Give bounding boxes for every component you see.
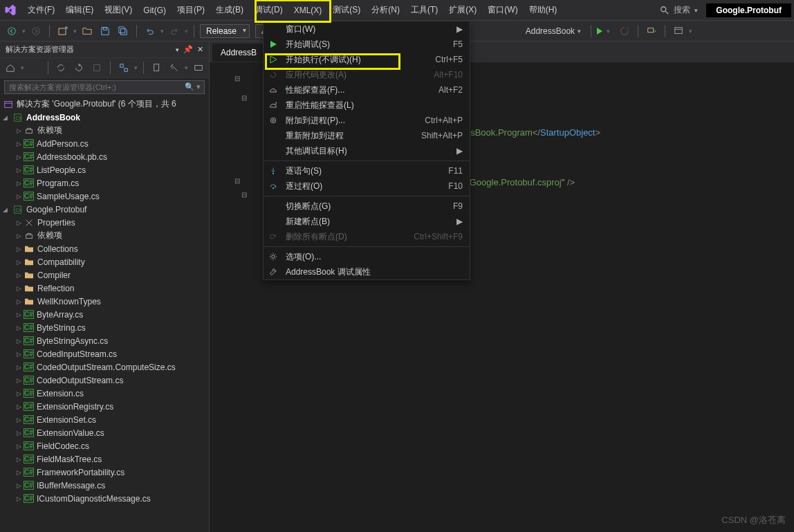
tree-item[interactable]: ▷C#ListPeople.cs xyxy=(0,163,209,176)
redo-chevron-icon[interactable]: ▾ xyxy=(185,28,188,35)
panel-pin-icon[interactable]: 📌 xyxy=(183,45,193,54)
solution-tree[interactable]: 解决方案 'Google.Protobuf' (6 个项目，共 6 ◢ C# A… xyxy=(0,96,209,532)
collapse-all-icon[interactable] xyxy=(89,60,104,75)
open-icon[interactable] xyxy=(80,24,95,39)
expander-icon[interactable]: ▷ xyxy=(14,390,24,397)
menu-item[interactable]: 其他调试目标(H)▶ xyxy=(264,143,470,158)
tree-item[interactable]: ▷C#IBufferMessage.cs xyxy=(0,479,209,492)
menu-item[interactable]: 开始调试(S)F5 xyxy=(264,37,470,52)
expander-icon[interactable]: ▷ xyxy=(14,324,24,331)
properties-icon[interactable] xyxy=(167,60,182,75)
solution-name-badge[interactable]: Google.Protobuf xyxy=(706,3,791,17)
menu-xml[interactable]: XML(X) xyxy=(288,0,328,20)
tree-item[interactable]: ▷C#ExtensionRegistry.cs xyxy=(0,400,209,413)
menu-debug[interactable]: 调试(D) xyxy=(249,0,288,20)
expander-icon[interactable]: ▷ xyxy=(14,430,24,437)
nav-back-icon[interactable] xyxy=(4,24,19,39)
tree-item[interactable]: ▷WellKnownTypes xyxy=(0,295,209,308)
tree-item[interactable]: ▷C#AddPerson.cs xyxy=(0,137,209,150)
menu-item[interactable]: 新建断点(B)▶ xyxy=(264,214,470,229)
tree-item[interactable]: ▷C#CodedOutputStream.ComputeSize.cs xyxy=(0,360,209,374)
expander-icon[interactable]: ▷ xyxy=(14,338,24,345)
tree-item[interactable]: ▷Compiler xyxy=(0,268,209,282)
expander-icon[interactable]: ▷ xyxy=(14,127,24,134)
hot-reload-icon[interactable] xyxy=(617,24,632,39)
tree-item[interactable]: ▷依赖项 xyxy=(0,229,209,242)
panel-dropdown-icon[interactable]: ▾ xyxy=(176,46,179,53)
expander-icon[interactable]: ▷ xyxy=(14,180,24,187)
tree-item[interactable]: ▷C#ByteString.cs xyxy=(0,321,209,334)
expander-icon[interactable]: ▷ xyxy=(14,495,24,502)
expander-icon[interactable]: ◢ xyxy=(0,206,10,213)
tree-item[interactable]: ▷C#FrameworkPortability.cs xyxy=(0,466,209,479)
menu-help[interactable]: 帮助(H) xyxy=(524,0,563,20)
expander-icon[interactable]: ▷ xyxy=(14,167,24,174)
undo-chevron-icon[interactable]: ▾ xyxy=(160,28,164,35)
expander-icon[interactable]: ▷ xyxy=(14,482,24,489)
tree-item[interactable]: ▷C#Program.cs xyxy=(0,176,209,190)
refresh-icon[interactable] xyxy=(71,60,86,75)
project-protobuf[interactable]: ◢ C# Google.Protobuf xyxy=(0,203,209,216)
tree-item[interactable]: ▷依赖项 xyxy=(0,124,209,137)
new-project-icon[interactable] xyxy=(55,24,71,39)
switch-views-icon[interactable] xyxy=(116,60,131,75)
tree-item[interactable]: ▷C#FieldCodec.cs xyxy=(0,439,209,452)
menu-view[interactable]: 视图(V) xyxy=(99,0,138,20)
menu-item[interactable]: 窗口(W)▶ xyxy=(264,21,470,37)
save-icon[interactable] xyxy=(98,24,113,39)
tree-item[interactable]: ▷Properties xyxy=(0,216,209,229)
solution-node[interactable]: 解决方案 'Google.Protobuf' (6 个项目，共 6 xyxy=(0,98,209,111)
menu-project[interactable]: 项目(P) xyxy=(172,0,210,20)
expander-icon[interactable]: ▷ xyxy=(14,285,24,292)
global-search[interactable]: 搜索 ▾ xyxy=(656,3,702,17)
expander-icon[interactable]: ▷ xyxy=(14,403,24,410)
tree-item[interactable]: ▷C#FieldMaskTree.cs xyxy=(0,452,209,466)
expander-icon[interactable]: ▷ xyxy=(14,456,24,463)
menu-edit[interactable]: 编辑(E) xyxy=(60,0,99,20)
menu-extensions[interactable]: 扩展(X) xyxy=(443,0,482,20)
back-nav-icon[interactable] xyxy=(27,60,42,75)
expander-icon[interactable]: ◢ xyxy=(0,114,10,121)
tree-item[interactable]: ▷C#ExtensionSet.cs xyxy=(0,413,209,426)
expander-icon[interactable]: ▷ xyxy=(14,311,24,318)
explorer-search-input[interactable] xyxy=(4,80,205,94)
sync-icon[interactable] xyxy=(54,60,69,75)
show-all-files-icon[interactable] xyxy=(149,60,165,75)
menu-item[interactable]: 逐语句(S)F11 xyxy=(264,163,470,178)
menu-item[interactable]: 重新附加到进程Shift+Alt+P xyxy=(264,128,470,143)
expander-icon[interactable]: ▷ xyxy=(14,364,24,371)
expander-icon[interactable]: ▷ xyxy=(14,140,24,147)
expander-icon[interactable]: ▷ xyxy=(14,443,24,450)
play-icon[interactable] xyxy=(597,28,602,35)
expander-icon[interactable]: ▷ xyxy=(14,232,24,239)
tree-item[interactable]: ▷Collections xyxy=(0,242,209,255)
menu-item[interactable]: 重启性能探查器(L) xyxy=(264,98,470,113)
panel-close-icon[interactable]: ✕ xyxy=(197,45,203,54)
tree-item[interactable]: ▷C#ICustomDiagnosticMessage.cs xyxy=(0,492,209,505)
preview-icon[interactable] xyxy=(191,60,206,75)
tree-item[interactable]: ▷C#ByteArray.cs xyxy=(0,308,209,321)
menu-test[interactable]: 测试(S) xyxy=(327,0,366,20)
tree-item[interactable]: ▷C#Addressbook.pb.cs xyxy=(0,150,209,163)
save-all-icon[interactable] xyxy=(116,24,131,39)
search-icon[interactable]: 🔍 ▾ xyxy=(185,82,201,91)
expander-icon[interactable]: ▷ xyxy=(14,154,24,160)
window-layout-icon[interactable] xyxy=(671,24,686,39)
menu-git[interactable]: Git(G) xyxy=(138,0,172,20)
expander-icon[interactable]: ▷ xyxy=(14,272,24,279)
tree-item[interactable]: ▷C#ByteStringAsync.cs xyxy=(0,334,209,347)
new-project-chevron-icon[interactable]: ▾ xyxy=(73,28,77,35)
tree-item[interactable]: ▷C#CodedOutputStream.cs xyxy=(0,374,209,387)
play-chevron-icon[interactable]: ▾ xyxy=(607,28,610,35)
menu-item[interactable]: 附加到进程(P)...Ctrl+Alt+P xyxy=(264,113,470,128)
expander-icon[interactable]: ▷ xyxy=(14,298,24,305)
menu-item[interactable]: 开始执行(不调试)(H)Ctrl+F5 xyxy=(264,52,470,67)
menu-file[interactable]: 文件(F) xyxy=(22,0,60,20)
nav-back-chevron-icon[interactable]: ▾ xyxy=(22,28,26,35)
tree-item[interactable]: ▷Reflection xyxy=(0,282,209,295)
fold-icon[interactable]: ⊟ xyxy=(234,177,240,185)
fold-icon[interactable]: ⊟ xyxy=(234,75,240,82)
menu-item[interactable]: AddressBook 调试属性 xyxy=(264,264,470,279)
layout-chevron-icon[interactable]: ▾ xyxy=(689,28,692,35)
menu-item[interactable]: 选项(O)... xyxy=(264,249,470,264)
